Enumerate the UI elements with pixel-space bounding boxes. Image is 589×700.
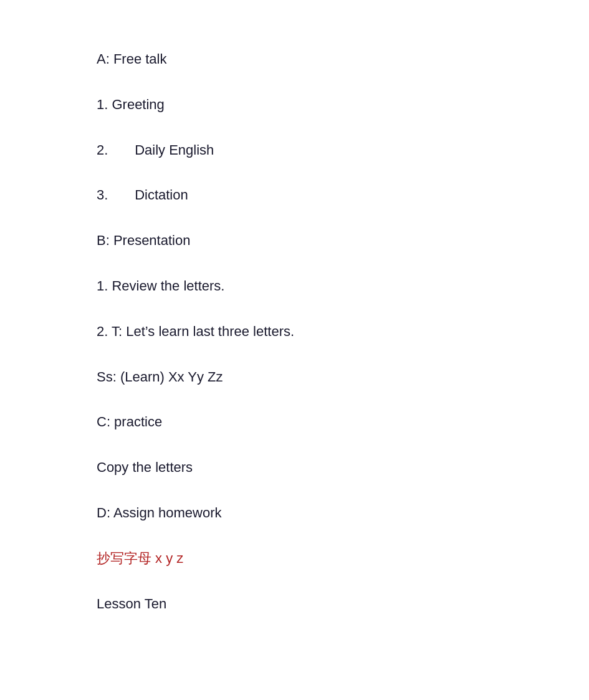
copy-letters-text: Copy the letters [97,459,193,475]
learn-letters-line: 2. T: Let’s learn last three letters. [97,322,589,342]
dictation-line: 3. Dictation [97,186,589,205]
review-letters-line: 1. Review the letters. [97,277,589,296]
chinese-copy-text: 抄写字母 x y z [97,550,183,566]
learn-letters-text: 2. T: Let’s learn last three letters. [97,324,294,339]
free-talk-text: A: Free talk [97,51,166,67]
chinese-copy-line: 抄写字母 x y z [97,549,589,568]
practice-text: C: practice [97,414,162,429]
presentation-line: B: Presentation [97,231,589,251]
presentation-text: B: Presentation [97,233,190,248]
assign-homework-line: D: Assign homework [97,504,589,523]
practice-line: C: practice [97,413,589,432]
daily-english-text: 2. Daily English [97,142,214,158]
learn-xyz-line: Ss: (Learn) Xx Yy Zz [97,368,589,387]
main-content: A: Free talk 1. Greeting 2. Daily Englis… [0,0,589,689]
copy-letters-line: Copy the letters [97,458,589,477]
lesson-ten-text: Lesson Ten [97,596,166,611]
assign-homework-text: D: Assign homework [97,505,222,520]
free-talk-line: A: Free talk [97,50,589,69]
dictation-text: 3. Dictation [97,187,188,203]
greeting-text: 1. Greeting [97,97,165,112]
learn-xyz-text: Ss: (Learn) Xx Yy Zz [97,369,223,385]
greeting-line: 1. Greeting [97,95,589,115]
daily-english-line: 2. Daily English [97,141,589,160]
lesson-ten-line: Lesson Ten [97,595,589,614]
review-letters-text: 1. Review the letters. [97,278,224,294]
